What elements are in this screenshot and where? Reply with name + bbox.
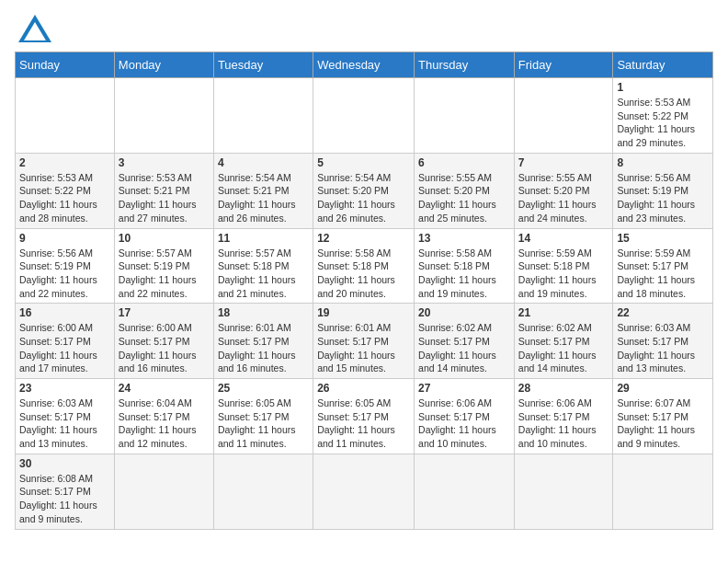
day-info: Sunrise: 6:06 AMSunset: 5:17 PMDaylight:… [418, 396, 510, 451]
calendar-cell: 8Sunrise: 5:56 AMSunset: 5:19 PMDaylight… [613, 153, 713, 228]
col-header-thursday: Thursday [415, 52, 515, 78]
calendar-cell [313, 78, 415, 154]
calendar-cell: 7Sunrise: 5:55 AMSunset: 5:20 PMDaylight… [514, 153, 613, 228]
col-header-friday: Friday [514, 52, 613, 78]
calendar-cell: 22Sunrise: 6:03 AMSunset: 5:17 PMDayligh… [613, 304, 713, 379]
calendar-cell: 27Sunrise: 6:06 AMSunset: 5:17 PMDayligh… [415, 379, 515, 454]
calendar-cell: 23Sunrise: 6:03 AMSunset: 5:17 PMDayligh… [16, 379, 115, 454]
calendar-cell: 12Sunrise: 5:58 AMSunset: 5:18 PMDayligh… [313, 228, 415, 304]
day-number: 23 [19, 382, 110, 395]
calendar-cell: 10Sunrise: 5:57 AMSunset: 5:19 PMDayligh… [114, 228, 213, 304]
calendar-table: SundayMondayTuesdayWednesdayThursdayFrid… [15, 52, 713, 530]
day-number: 5 [317, 156, 410, 169]
calendar-cell: 25Sunrise: 6:05 AMSunset: 5:17 PMDayligh… [213, 379, 313, 454]
day-number: 27 [418, 382, 510, 395]
day-number: 3 [119, 156, 210, 169]
calendar-week-row: 16Sunrise: 6:00 AMSunset: 5:17 PMDayligh… [16, 304, 713, 379]
calendar-cell: 4Sunrise: 5:54 AMSunset: 5:21 PMDaylight… [213, 153, 313, 228]
calendar-cell [213, 78, 313, 154]
day-info: Sunrise: 6:02 AMSunset: 5:17 PMDaylight:… [418, 321, 510, 375]
day-info: Sunrise: 5:59 AMSunset: 5:17 PMDaylight:… [617, 247, 709, 301]
day-info: Sunrise: 6:05 AMSunset: 5:17 PMDaylight:… [317, 396, 410, 451]
calendar-cell [514, 454, 613, 529]
day-info: Sunrise: 5:55 AMSunset: 5:20 PMDaylight:… [518, 171, 609, 225]
day-number: 13 [418, 232, 510, 245]
day-info: Sunrise: 6:02 AMSunset: 5:17 PMDaylight:… [518, 321, 609, 375]
calendar-cell [415, 454, 515, 529]
day-info: Sunrise: 6:05 AMSunset: 5:17 PMDaylight:… [218, 396, 309, 451]
calendar-cell: 11Sunrise: 5:57 AMSunset: 5:18 PMDayligh… [213, 228, 313, 304]
day-info: Sunrise: 6:04 AMSunset: 5:17 PMDaylight:… [119, 396, 210, 451]
day-info: Sunrise: 5:53 AMSunset: 5:22 PMDaylight:… [19, 171, 110, 225]
calendar-week-row: 2Sunrise: 5:53 AMSunset: 5:22 PMDaylight… [16, 153, 713, 228]
calendar-cell: 29Sunrise: 6:07 AMSunset: 5:17 PMDayligh… [613, 379, 713, 454]
calendar-cell [114, 454, 213, 529]
calendar-cell [415, 78, 515, 154]
day-info: Sunrise: 5:57 AMSunset: 5:18 PMDaylight:… [218, 247, 309, 301]
col-header-monday: Monday [114, 52, 213, 78]
day-info: Sunrise: 5:53 AMSunset: 5:22 PMDaylight:… [617, 96, 709, 150]
day-info: Sunrise: 6:01 AMSunset: 5:17 PMDaylight:… [218, 321, 309, 375]
day-info: Sunrise: 5:53 AMSunset: 5:21 PMDaylight:… [119, 171, 210, 225]
col-header-sunday: Sunday [16, 52, 115, 78]
calendar-cell: 21Sunrise: 6:02 AMSunset: 5:17 PMDayligh… [514, 304, 613, 379]
calendar-cell [16, 78, 115, 154]
day-info: Sunrise: 6:01 AMSunset: 5:17 PMDaylight:… [317, 321, 410, 375]
day-number: 25 [218, 382, 309, 395]
day-number: 21 [518, 306, 609, 319]
day-info: Sunrise: 5:58 AMSunset: 5:18 PMDaylight:… [418, 247, 510, 301]
day-number: 1 [617, 81, 709, 94]
calendar-cell: 17Sunrise: 6:00 AMSunset: 5:17 PMDayligh… [114, 304, 213, 379]
day-info: Sunrise: 5:56 AMSunset: 5:19 PMDaylight:… [19, 247, 110, 301]
calendar-week-row: 23Sunrise: 6:03 AMSunset: 5:17 PMDayligh… [16, 379, 713, 454]
day-number: 9 [19, 232, 110, 245]
calendar-cell [213, 454, 313, 529]
logo-icon [18, 15, 51, 42]
day-number: 14 [518, 232, 609, 245]
day-info: Sunrise: 5:54 AMSunset: 5:20 PMDaylight:… [317, 171, 410, 225]
day-info: Sunrise: 5:59 AMSunset: 5:18 PMDaylight:… [518, 247, 609, 301]
calendar-cell: 19Sunrise: 6:01 AMSunset: 5:17 PMDayligh… [313, 304, 415, 379]
day-number: 10 [119, 232, 210, 245]
day-number: 4 [218, 156, 309, 169]
col-header-tuesday: Tuesday [213, 52, 313, 78]
calendar-cell [613, 454, 713, 529]
calendar-header-row: SundayMondayTuesdayWednesdayThursdayFrid… [16, 52, 713, 78]
col-header-saturday: Saturday [613, 52, 713, 78]
day-number: 19 [317, 306, 410, 319]
day-number: 24 [119, 382, 210, 395]
day-number: 6 [418, 156, 510, 169]
day-number: 22 [617, 306, 709, 319]
calendar-cell: 13Sunrise: 5:58 AMSunset: 5:18 PMDayligh… [415, 228, 515, 304]
calendar-cell [313, 454, 415, 529]
calendar-week-row: 30Sunrise: 6:08 AMSunset: 5:17 PMDayligh… [16, 454, 713, 529]
day-number: 7 [518, 156, 609, 169]
day-number: 30 [19, 457, 110, 470]
calendar-cell: 6Sunrise: 5:55 AMSunset: 5:20 PMDaylight… [415, 153, 515, 228]
calendar-cell [114, 78, 213, 154]
day-number: 17 [119, 306, 210, 319]
calendar-cell: 14Sunrise: 5:59 AMSunset: 5:18 PMDayligh… [514, 228, 613, 304]
col-header-wednesday: Wednesday [313, 52, 415, 78]
day-number: 20 [418, 306, 510, 319]
day-number: 18 [218, 306, 309, 319]
day-info: Sunrise: 5:58 AMSunset: 5:18 PMDaylight:… [317, 247, 410, 301]
day-info: Sunrise: 6:06 AMSunset: 5:17 PMDaylight:… [518, 396, 609, 451]
calendar-cell: 20Sunrise: 6:02 AMSunset: 5:17 PMDayligh… [415, 304, 515, 379]
day-info: Sunrise: 5:55 AMSunset: 5:20 PMDaylight:… [418, 171, 510, 225]
day-number: 8 [617, 156, 709, 169]
logo [15, 15, 51, 42]
calendar-week-row: 9Sunrise: 5:56 AMSunset: 5:19 PMDaylight… [16, 228, 713, 304]
calendar-cell: 24Sunrise: 6:04 AMSunset: 5:17 PMDayligh… [114, 379, 213, 454]
day-info: Sunrise: 6:00 AMSunset: 5:17 PMDaylight:… [19, 321, 110, 375]
calendar-cell: 9Sunrise: 5:56 AMSunset: 5:19 PMDaylight… [16, 228, 115, 304]
day-info: Sunrise: 6:03 AMSunset: 5:17 PMDaylight:… [19, 396, 110, 451]
day-number: 29 [617, 382, 709, 395]
day-info: Sunrise: 6:08 AMSunset: 5:17 PMDaylight:… [19, 472, 110, 526]
calendar-cell: 16Sunrise: 6:00 AMSunset: 5:17 PMDayligh… [16, 304, 115, 379]
day-number: 15 [617, 232, 709, 245]
calendar-cell: 2Sunrise: 5:53 AMSunset: 5:22 PMDaylight… [16, 153, 115, 228]
calendar-cell: 3Sunrise: 5:53 AMSunset: 5:21 PMDaylight… [114, 153, 213, 228]
day-info: Sunrise: 6:07 AMSunset: 5:17 PMDaylight:… [617, 396, 709, 451]
calendar-week-row: 1Sunrise: 5:53 AMSunset: 5:22 PMDaylight… [16, 78, 713, 154]
